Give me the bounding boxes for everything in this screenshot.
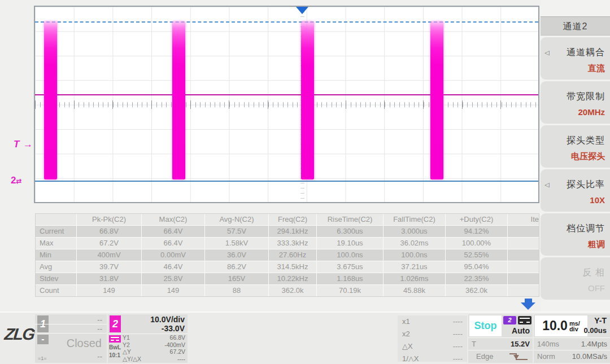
table-cell: 294.1kHz — [269, 226, 316, 237]
table-cell: 46.4V — [142, 261, 204, 273]
pulse-burst-4 — [430, 21, 443, 179]
table-header-row: Pk-Pk(C2)Max(C2)Avg-N(C2)Freq(C2)RiseTim… — [36, 214, 539, 225]
menu-item-探头类型[interactable]: 探头类型电压探头 — [541, 125, 610, 168]
table-cell: 149 — [142, 285, 204, 296]
menu-item-value: 直流 — [588, 63, 605, 74]
cursor-line-y1[interactable] — [35, 21, 538, 23]
cursor-label: Y1 — [123, 334, 130, 341]
channel-menu: 通道2 ◁通道耦合直流带宽限制20MHz探头类型电压探头◁探头比率10X档位调节… — [541, 0, 610, 312]
table-cell: 25.8V — [142, 273, 204, 284]
trigger-status-block[interactable]: Stop 2 Auto T 15.2V Edge — [468, 314, 533, 363]
channel1-row2: -- — [97, 324, 102, 333]
table-cell: 66.4V — [142, 226, 204, 237]
x-cursor-label: 1/△X — [402, 354, 419, 362]
capture-window: 140ms — [537, 340, 559, 348]
table-cell: 45.88k — [384, 285, 445, 296]
menu-item-label: 探头比率 — [567, 179, 605, 191]
table-cell: 39.7V — [77, 261, 141, 273]
horizontal-delay: 0.00us — [584, 326, 607, 335]
table-row: Stdev31.8V25.8V165V10.22kHz1.168us1.026m… — [36, 273, 539, 284]
menu-item-探头比率[interactable]: ◁探头比率10X — [541, 169, 610, 212]
table-cell: 36.02ms — [384, 238, 445, 249]
oscilloscope-screen: T → 2⇄ Pk-Pk(C2)Max(C2)Avg-N(C2)Freq(C2)… — [0, 0, 610, 364]
cursor-value: 66.8V — [170, 334, 185, 341]
menu-item-label: 探头类型 — [567, 135, 605, 147]
table-cell: 27.60Hz — [269, 249, 316, 261]
run-state[interactable]: Stop — [469, 315, 502, 336]
table-row-label: Count — [36, 285, 76, 296]
trigger-level-marker[interactable]: T → — [14, 139, 33, 150]
table-header-cell: Pk-Pk(C2) — [77, 214, 141, 225]
table-header-cell: RiseTime(C2) — [317, 214, 383, 225]
pulse-burst-3 — [301, 21, 314, 179]
table-cell — [508, 261, 539, 273]
cursor-value: ---- — [177, 356, 185, 363]
timebase-status-block[interactable]: 10.0 ms/div Y-T 0.00us 140ms 1.4Mpts Nor… — [534, 314, 610, 363]
table-row: Avg39.7V46.4V86.2V314.5kHz3.675us37.21us… — [36, 261, 539, 273]
table-cell: 400mV — [77, 249, 141, 261]
timebase-scale-box[interactable]: 10.0 ms/div — [535, 315, 587, 336]
table-cell — [508, 273, 539, 284]
channel2-offset: -33.0V — [162, 324, 185, 333]
table-cell — [508, 249, 539, 261]
menu-item-带宽限制[interactable]: 带宽限制20MHz — [541, 81, 610, 124]
table-cell: 333.3kHz — [269, 238, 316, 249]
table-cell: 1.026ms — [384, 273, 445, 284]
x-cursor-block[interactable]: x1----x2----△X----1/△X---- — [398, 315, 467, 362]
channel2-status-block[interactable]: 2 10.0V/div -33.0V BwL 10:1 Y166.8VY2-40… — [108, 314, 188, 363]
channel1-status-block[interactable]: 1 -- -- - Closed =1= -- — [35, 314, 107, 363]
menu-item-value: 电压探头 — [571, 151, 605, 162]
table-cell — [508, 285, 539, 296]
table-cell: 22.35% — [446, 273, 507, 284]
table-cell: 362.0k — [446, 285, 507, 296]
table-cell — [508, 238, 539, 249]
menu-item-label: 反 相 — [583, 267, 605, 279]
table-cell: 66.8V — [77, 226, 141, 237]
cursor-line-y2[interactable] — [35, 181, 538, 182]
table-cell: 86.2V — [205, 261, 268, 273]
table-cell: 3.000us — [384, 226, 445, 237]
cursor-label: △Y — [123, 348, 131, 356]
channel2-zero-marker[interactable]: 2⇄ — [11, 175, 22, 186]
table-cell: 88 — [205, 285, 268, 296]
table-cell: 149 — [77, 285, 141, 296]
waveform-plot[interactable] — [34, 6, 539, 203]
table-cell: 70.19k — [317, 285, 383, 296]
cursor-label: Y2 — [123, 341, 130, 349]
x-cursor-row: 1/△X---- — [398, 353, 467, 362]
display-mode: Y-T — [594, 316, 607, 325]
x-cursor-label: △X — [402, 341, 413, 352]
x-cursor-value: ---- — [453, 329, 463, 339]
table-row-label: Avg — [36, 261, 76, 273]
table-header-cell: FallTime(C2) — [384, 214, 445, 225]
x-cursor-row: △X---- — [398, 340, 467, 353]
timebase-scale: 10.0 — [542, 318, 568, 334]
menu-item-value: OFF — [588, 283, 605, 293]
trigger-position-marker[interactable] — [296, 7, 308, 14]
table-cell: 100.00% — [446, 238, 507, 249]
x-cursor-label: x2 — [402, 329, 410, 339]
table-cell: 1.168us — [317, 273, 383, 284]
cursor-readout-row: Y2-400mV — [123, 341, 185, 349]
menu-item-通道耦合[interactable]: ◁通道耦合直流 — [541, 37, 610, 80]
table-cell: 100.0ns — [317, 249, 383, 261]
table-cell: 66.4V — [142, 238, 204, 249]
trigger-coupling-dc-icon — [518, 316, 531, 324]
table-scroll-down-arrow-icon[interactable] — [525, 299, 532, 302]
x-cursor-row: x2---- — [398, 328, 467, 340]
submenu-arrow-icon: ◁ — [544, 49, 549, 56]
pulse-burst-1 — [44, 21, 57, 179]
table-cell: 37.21us — [384, 261, 445, 273]
cursor-value: 67.2V — [170, 348, 185, 356]
channel2-zero-arrow-icon: ⇄ — [16, 177, 21, 185]
cursor-readout-row: △Y67.2V — [123, 348, 185, 356]
table-header-cell: +Duty(C2) — [446, 214, 507, 225]
acquisition-mode: Norm — [537, 352, 555, 361]
cursor-readout-row: Y166.8V — [123, 334, 185, 341]
table-row-label: Stdev — [36, 273, 76, 284]
table-cell: 19.10us — [317, 238, 383, 249]
x-cursor-value: ---- — [453, 341, 463, 352]
table-cell: 52.55% — [446, 249, 507, 261]
menu-item-档位调节[interactable]: 档位调节粗调 — [541, 213, 610, 256]
menu-item-label: 通道耦合 — [567, 47, 605, 59]
